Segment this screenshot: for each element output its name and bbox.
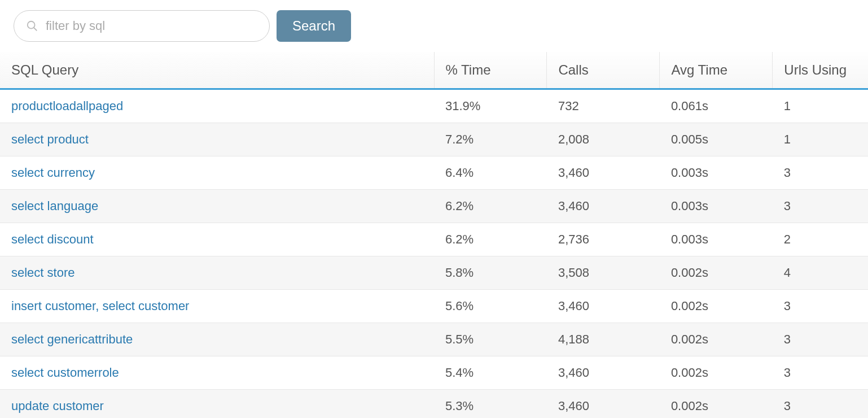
sql-query-link[interactable]: select language <box>11 199 98 213</box>
col-header-avg-time[interactable]: Avg Time <box>660 52 773 89</box>
cell-urls-using: 3 <box>773 156 868 190</box>
cell-calls: 732 <box>547 89 660 123</box>
table-row: update customer5.3%3,4600.002s3 <box>0 390 868 419</box>
cell-avg-time: 0.002s <box>660 323 773 356</box>
cell-calls: 3,508 <box>547 256 660 290</box>
cell-pct-time: 5.6% <box>434 290 547 323</box>
search-input[interactable] <box>14 10 270 42</box>
cell-avg-time: 0.003s <box>660 223 773 256</box>
cell-calls: 3,460 <box>547 290 660 323</box>
cell-sql-query: select currency <box>0 156 434 190</box>
cell-pct-time: 5.3% <box>434 390 547 419</box>
cell-sql-query: select genericattribute <box>0 323 434 356</box>
col-header-urls-using[interactable]: Urls Using <box>773 52 868 89</box>
cell-avg-time: 0.003s <box>660 156 773 190</box>
cell-pct-time: 5.4% <box>434 356 547 390</box>
cell-pct-time: 31.9% <box>434 89 547 123</box>
cell-urls-using: 1 <box>773 89 868 123</box>
table-row: select product7.2%2,0080.005s1 <box>0 123 868 156</box>
col-header-sql-query[interactable]: SQL Query <box>0 52 434 89</box>
cell-urls-using: 3 <box>773 190 868 223</box>
sql-query-link[interactable]: select discount <box>11 232 94 246</box>
table-row: select language6.2%3,4600.003s3 <box>0 190 868 223</box>
sql-query-link[interactable]: select product <box>11 132 89 146</box>
cell-avg-time: 0.061s <box>660 89 773 123</box>
cell-sql-query: select discount <box>0 223 434 256</box>
sql-query-link[interactable]: select customerrole <box>11 365 119 380</box>
cell-sql-query: select store <box>0 256 434 290</box>
cell-avg-time: 0.002s <box>660 290 773 323</box>
cell-avg-time: 0.005s <box>660 123 773 156</box>
cell-calls: 3,460 <box>547 190 660 223</box>
table-row: select discount6.2%2,7360.003s2 <box>0 223 868 256</box>
cell-pct-time: 6.2% <box>434 190 547 223</box>
cell-pct-time: 6.2% <box>434 223 547 256</box>
cell-calls: 4,188 <box>547 323 660 356</box>
cell-urls-using: 3 <box>773 356 868 390</box>
table-row: select currency6.4%3,4600.003s3 <box>0 156 868 190</box>
sql-query-link[interactable]: select store <box>11 265 75 280</box>
cell-calls: 3,460 <box>547 390 660 419</box>
cell-avg-time: 0.002s <box>660 390 773 419</box>
search-toolbar: Search <box>0 0 868 47</box>
table-row: select genericattribute5.5%4,1880.002s3 <box>0 323 868 356</box>
cell-sql-query: select customerrole <box>0 356 434 390</box>
table-row: select customerrole5.4%3,4600.002s3 <box>0 356 868 390</box>
cell-urls-using: 3 <box>773 323 868 356</box>
cell-calls: 2,008 <box>547 123 660 156</box>
cell-pct-time: 5.5% <box>434 323 547 356</box>
search-button[interactable]: Search <box>277 10 351 42</box>
table-row: select store5.8%3,5080.002s4 <box>0 256 868 290</box>
cell-sql-query: productloadallpaged <box>0 89 434 123</box>
table-row: insert customer, select customer5.6%3,46… <box>0 290 868 323</box>
col-header-pct-time[interactable]: % Time <box>434 52 547 89</box>
cell-sql-query: select product <box>0 123 434 156</box>
cell-urls-using: 1 <box>773 123 868 156</box>
cell-avg-time: 0.002s <box>660 356 773 390</box>
cell-urls-using: 2 <box>773 223 868 256</box>
col-header-calls[interactable]: Calls <box>547 52 660 89</box>
sql-query-link[interactable]: select currency <box>11 166 95 180</box>
cell-pct-time: 6.4% <box>434 156 547 190</box>
cell-avg-time: 0.003s <box>660 190 773 223</box>
cell-sql-query: select language <box>0 190 434 223</box>
cell-calls: 2,736 <box>547 223 660 256</box>
sql-query-table: SQL Query % Time Calls Avg Time Urls Usi… <box>0 52 868 418</box>
cell-calls: 3,460 <box>547 356 660 390</box>
table-row: productloadallpaged31.9%7320.061s1 <box>0 89 868 123</box>
sql-query-link[interactable]: productloadallpaged <box>11 99 123 113</box>
cell-urls-using: 3 <box>773 390 868 419</box>
cell-calls: 3,460 <box>547 156 660 190</box>
search-input-wrapper <box>14 10 270 42</box>
cell-avg-time: 0.002s <box>660 256 773 290</box>
cell-urls-using: 4 <box>773 256 868 290</box>
sql-query-link[interactable]: insert customer, select customer <box>11 299 189 313</box>
cell-urls-using: 3 <box>773 290 868 323</box>
cell-pct-time: 7.2% <box>434 123 547 156</box>
cell-pct-time: 5.8% <box>434 256 547 290</box>
sql-query-link[interactable]: update customer <box>11 399 104 413</box>
sql-query-link[interactable]: select genericattribute <box>11 332 133 346</box>
cell-sql-query: insert customer, select customer <box>0 290 434 323</box>
cell-sql-query: update customer <box>0 390 434 419</box>
